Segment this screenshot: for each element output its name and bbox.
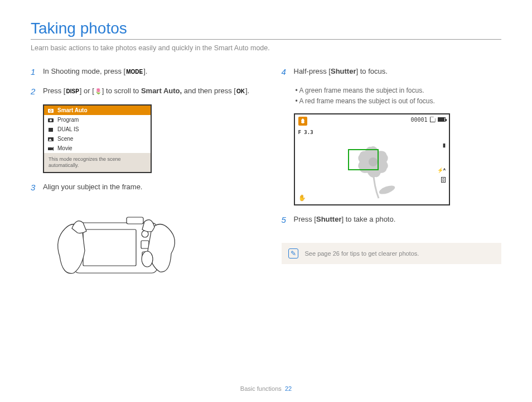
disp-button-label: DISP: [65, 87, 79, 95]
svg-marker-8: [52, 147, 54, 151]
step-1: 1 In Shooting mode, press [MODE].: [31, 66, 251, 79]
step-3: 3 Align your subject in the frame.: [31, 181, 251, 194]
note-text: See page 26 for tips to get clearer phot…: [305, 250, 419, 257]
svg-point-3: [50, 119, 52, 121]
shutter-bold: Shutter: [316, 215, 342, 223]
page-footer: Basic functions 22: [0, 385, 532, 392]
step-4-bullets: A green frame means the subject in focus…: [296, 85, 502, 107]
mode-button-label: MODE: [125, 68, 143, 76]
step-number: 1: [31, 66, 37, 79]
scene-icon: [47, 136, 54, 142]
shutter-bold: Shutter: [331, 67, 356, 75]
step-text: Press [Shutter] to take a photo.: [294, 214, 502, 227]
menu-item-dualis: DUAL IS: [44, 125, 151, 134]
step-number: 2: [31, 85, 37, 98]
movie-icon: [47, 146, 54, 151]
program-icon: [47, 117, 54, 123]
svg-point-15: [142, 251, 153, 267]
lcd-top-right: 00001: [410, 117, 445, 123]
menu-item-scene: Scene: [44, 134, 151, 143]
bullet-green: A green frame means the subject in focus…: [296, 85, 502, 96]
step-text: Press [DISP] or [🌷] to scroll to Smart A…: [43, 85, 251, 98]
step-number: 4: [282, 66, 288, 79]
step-number: 5: [282, 214, 288, 227]
size-icon: ▯: [441, 177, 446, 183]
bullet-red: A red frame means the subject is out of …: [296, 96, 502, 107]
camera-illustration: [43, 200, 188, 290]
right-column: 4 Half-press [Shutter] to focus. A green…: [282, 66, 502, 290]
ok-button-label: OK: [236, 87, 245, 95]
stabilizer-icon: ✋: [298, 194, 306, 202]
dualis-icon: [47, 127, 54, 132]
note-icon: ✎: [288, 248, 298, 259]
smart-auto-bold: Smart Auto,: [141, 87, 182, 95]
svg-rect-14: [127, 217, 143, 224]
smart-auto-icon: [47, 108, 54, 113]
step-text: Half-press [Shutter] to focus.: [294, 66, 502, 79]
tip-note: ✎ See page 26 for tips to get clearer ph…: [282, 243, 502, 264]
focus-rectangle: [348, 149, 379, 170]
fstop-label: F 3.3: [298, 130, 313, 135]
menu-item-program: Program: [44, 115, 151, 125]
mode-icon: [298, 117, 307, 126]
svg-rect-12: [141, 241, 149, 248]
menu-item-movie: Movie: [44, 143, 151, 153]
svg-rect-4: [49, 128, 53, 132]
left-column: 1 In Shooting mode, press [MODE]. 2 Pres…: [31, 66, 251, 290]
menu-item-smart-auto: Smart Auto: [44, 106, 151, 115]
step-number: 3: [31, 181, 37, 194]
svg-rect-7: [48, 147, 52, 150]
menu-screenshot: Smart Auto Program DUAL IS: [43, 104, 152, 173]
menu-description: This mode recognizes the scene automatic…: [44, 153, 151, 172]
title-divider: [31, 39, 501, 40]
step-4: 4 Half-press [Shutter] to focus.: [282, 66, 502, 79]
step-text: In Shooting mode, press [MODE].: [43, 66, 251, 79]
svg-point-23: [378, 184, 395, 196]
step-5: 5 Press [Shutter] to take a photo.: [282, 214, 502, 227]
macro-button-label: 🌷: [94, 87, 102, 95]
lcd-screenshot: F 3.3 00001 ▮: [294, 113, 450, 205]
page-subtitle: Learn basic actions to take photos easil…: [31, 44, 501, 52]
page-title: Taking photos: [31, 20, 501, 37]
flash-icon: ⚡ᴬ: [437, 168, 446, 173]
step-text: Align your subject in the frame.: [43, 181, 251, 194]
battery-icon: [438, 117, 446, 122]
counter-value: 00001: [410, 117, 427, 123]
quality-icon: ▮: [443, 142, 446, 148]
step-2: 2 Press [DISP] or [🌷] to scroll to Smart…: [31, 85, 251, 98]
sd-icon: [430, 117, 436, 122]
svg-rect-10: [83, 229, 136, 266]
